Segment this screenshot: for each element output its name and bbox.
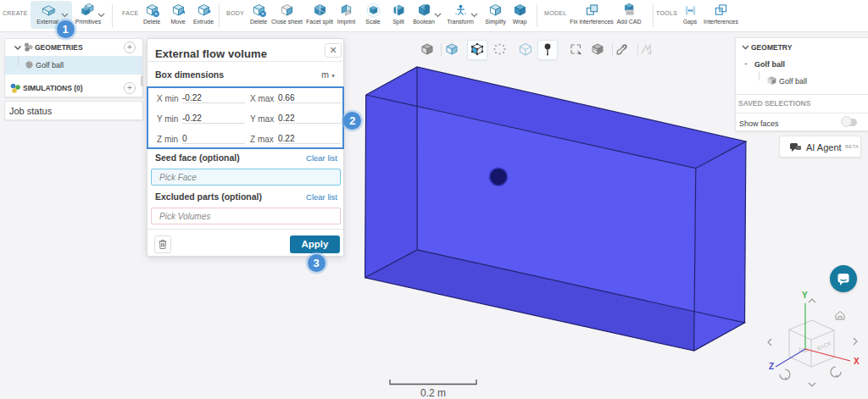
svg-text:BACK: BACK <box>816 340 833 352</box>
svg-text:0.2 m: 0.2 m <box>420 387 446 399</box>
svg-text:X: X <box>854 357 860 366</box>
svg-text:Y: Y <box>802 291 808 300</box>
svg-text:Z: Z <box>769 362 774 371</box>
